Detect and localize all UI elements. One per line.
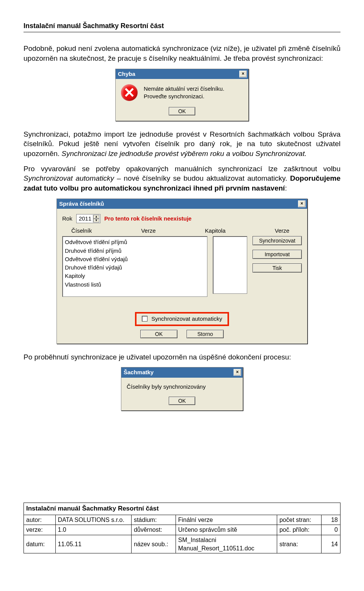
footer: Instalační manuál Šachmatky Resortní čás…	[24, 503, 340, 553]
done-dialog-title: Šachmatky	[124, 369, 154, 376]
table-row: datum: 11.05.11 název soub.: SM_Instalac…	[24, 535, 340, 553]
cell: stádium:	[131, 515, 176, 525]
list-item[interactable]: Druhové třídění příjmů	[65, 247, 205, 255]
ciselniky-dialog: Správa číselníků × Rok 2011 ▲ ▼ Pro tent…	[56, 199, 308, 344]
error-icon	[121, 84, 138, 101]
ok-button[interactable]: OK	[140, 330, 177, 338]
col-verze-1: Verze	[141, 227, 155, 235]
list-item[interactable]: Odvětvové třídění příjmů	[65, 238, 205, 246]
done-message: Číselníky byly synchronizovány	[127, 383, 237, 391]
cell: počet stran:	[277, 515, 321, 525]
cell: 0	[321, 525, 340, 535]
cell: poč. příloh:	[277, 525, 321, 535]
close-icon[interactable]: ×	[234, 369, 241, 376]
error-dialog-title: Chyba	[118, 70, 135, 78]
paragraph-3c: – nové číselníky se budou aktualizovat a…	[114, 174, 290, 182]
paragraph-3b: Synchronizovat automaticky	[24, 174, 114, 182]
synchronizovat-button[interactable]: Synchronizovat	[253, 236, 302, 245]
paragraph-1: Podobně, pokud není zvolena automatická …	[24, 44, 340, 63]
list-item[interactable]: Vlastnosti listů	[65, 281, 205, 289]
cell: Určeno správcům sítě	[176, 525, 277, 535]
list-item[interactable]: Odvětvové třídění výdajů	[65, 255, 205, 263]
table-row: verze: 1.0 důvěrnost: Určeno správcům sí…	[24, 525, 340, 535]
cell: důvěrnost:	[131, 525, 176, 535]
cell: verze:	[24, 525, 56, 535]
cell: 14	[321, 535, 340, 553]
col-kapitola: Kapitola	[205, 227, 226, 235]
paragraph-3a: Pro vyvarování se potřeby opakovaných ma…	[24, 165, 340, 173]
paragraph-2: Synchronizaci, potažmo import lze jednod…	[24, 129, 340, 159]
storno-button[interactable]: Storno	[187, 330, 224, 338]
cell: 11.05.11	[55, 535, 131, 553]
footer-title: Instalační manuál Šachmatky Resortní čás…	[24, 503, 340, 515]
cell: SM_Instalacni Manual_Resort_110511.doc	[176, 535, 277, 553]
spin-up-icon[interactable]: ▲	[93, 215, 99, 219]
ciselnik-listbox[interactable]: Odvětvové třídění příjmů Druhové třídění…	[62, 236, 207, 297]
error-line-2: Proveďte synchronizaci.	[144, 93, 224, 100]
cell: název soub.:	[131, 535, 176, 553]
error-dialog: Chyba × Nemáte aktuální verzi číselníku.…	[115, 69, 249, 121]
rok-input[interactable]: 2011 ▲ ▼	[76, 214, 100, 223]
col-ciselnik: Číselník	[71, 227, 92, 235]
cell: autor:	[24, 515, 56, 525]
error-ok-button[interactable]: OK	[169, 107, 195, 115]
paragraph-3: Pro vyvarování se potřeby opakovaných ma…	[24, 164, 340, 193]
cell: strana:	[277, 535, 321, 553]
cell: DATA SOLUTIONS s.r.o.	[55, 515, 131, 525]
error-line-1: Nemáte aktuální verzi číselníku.	[144, 85, 224, 93]
paragraph-2b: Synchronizaci lze jednoduše provést výbě…	[61, 150, 306, 158]
auto-sync-highlight: Synchronizovat automaticky	[135, 312, 229, 326]
list-item[interactable]: Druhové třídění výdajů	[65, 263, 205, 272]
cell: 18	[321, 515, 340, 525]
list-item[interactable]: Kapitoly	[65, 272, 205, 280]
ciselniky-dialog-title: Správa číselníků	[59, 200, 104, 208]
footer-table: autor: DATA SOLUTIONS s.r.o. stádium: Fi…	[24, 515, 340, 553]
kapitola-listbox[interactable]	[213, 236, 247, 294]
page-header: Instalační manuál Šachmatky Resortní čás…	[24, 21, 340, 32]
spin-down-icon[interactable]: ▼	[93, 219, 99, 222]
paragraph-4: Po proběhnutí synchronizace je uživatel …	[24, 352, 340, 362]
importovat-button[interactable]: Importovat	[253, 250, 302, 259]
cell: Finální verze	[176, 515, 277, 525]
tisk-button[interactable]: Tisk	[253, 263, 302, 273]
auto-sync-checkbox[interactable]	[142, 316, 147, 322]
rok-label: Rok	[62, 215, 72, 222]
auto-sync-label: Synchronizovat automaticky	[151, 315, 222, 322]
close-icon[interactable]: ×	[239, 71, 247, 77]
rok-value: 2011	[79, 215, 91, 222]
col-verze-2: Verze	[275, 227, 289, 235]
cell: datum:	[24, 535, 56, 553]
done-ok-button[interactable]: OK	[169, 397, 195, 405]
done-dialog: Šachmatky × Číselníky byly synchronizová…	[121, 367, 243, 411]
close-icon[interactable]: ×	[298, 200, 306, 207]
cell: 1.0	[55, 525, 131, 535]
rok-warning: Pro tento rok číselník neexistuje	[104, 215, 191, 222]
table-row: autor: DATA SOLUTIONS s.r.o. stádium: Fi…	[24, 515, 340, 525]
paragraph-3e: :	[285, 184, 287, 192]
